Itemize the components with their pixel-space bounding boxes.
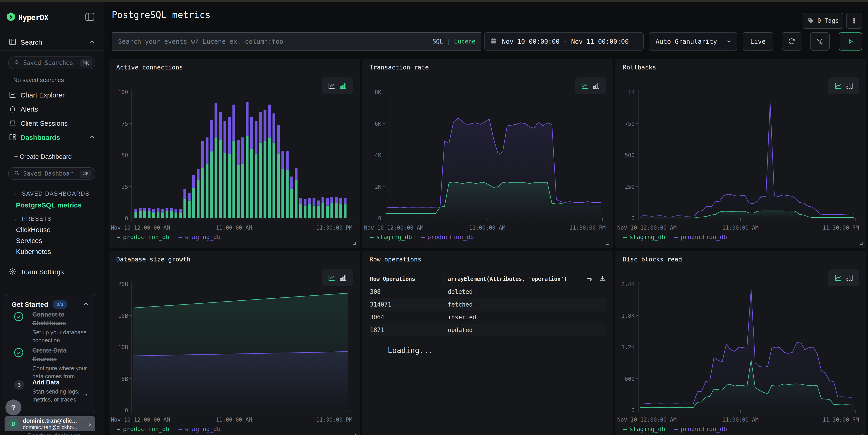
step-title: Create Data Sources (32, 346, 90, 364)
section-presets[interactable]: PRESETS (12, 215, 52, 222)
svg-text:500: 500 (625, 152, 634, 159)
legend-item[interactable]: —production_db (674, 426, 727, 433)
line-chart-toggle-icon[interactable] (834, 82, 842, 90)
refresh-button[interactable] (782, 32, 801, 51)
line-chart-toggle-icon[interactable] (834, 274, 842, 282)
bar-chart-toggle-icon[interactable] (846, 274, 854, 282)
filter-button[interactable] (810, 32, 830, 51)
chevron-right-icon: › (89, 420, 91, 428)
event-search-bar[interactable]: SQL | Lucene (112, 32, 482, 51)
svg-text:2K: 2K (375, 184, 381, 190)
section-label: PRESETS (22, 215, 52, 222)
legend-label: production_db (681, 234, 727, 240)
chart-plot[interactable]: 20B15B10B5B0Nov 10 12:00:00 AM11:00:00 A… (110, 273, 354, 433)
get-started-step-sources[interactable]: Create Data Sources Configure where your… (5, 346, 96, 380)
chart-plot[interactable]: 1K7505002500Nov 10 12:00:00 AM11:00:00 A… (616, 81, 861, 241)
section-saved-dashboards[interactable]: SAVED DASHBOARDS (12, 191, 90, 197)
legend-item[interactable]: —production_db (674, 234, 727, 240)
legend-item[interactable]: —staging_db (623, 426, 665, 433)
chart-plot[interactable]: 8K6K4K2K0Nov 10 12:00:00 AM11:00:00 AM11… (363, 81, 608, 241)
create-dashboard-button[interactable]: + Create Dashboard (14, 153, 72, 160)
panel-resize-handle[interactable] (606, 242, 609, 245)
bar-chart-toggle-icon[interactable] (339, 274, 347, 282)
sidebar-item-dashboards[interactable]: Dashboards (0, 131, 104, 144)
user-account-chip[interactable]: D dominic.tran@clic... dominic.tran@clic… (5, 416, 95, 431)
panel-title: Row operations (370, 256, 422, 263)
sql-mode-button[interactable]: SQL (432, 38, 443, 45)
sidebar-item-postgresql-metrics[interactable]: PostgreSQL metrics (16, 201, 82, 209)
event-search-input[interactable] (118, 38, 432, 45)
table-row[interactable]: 1871 updated (370, 324, 606, 336)
tags-button[interactable]: 0 Tags (803, 13, 843, 29)
help-button[interactable]: ? (5, 399, 22, 415)
legend-item[interactable]: —staging_db (623, 234, 665, 240)
sidebar-item-kubernetes[interactable]: Kubernetes (16, 248, 51, 256)
svg-text:0: 0 (125, 407, 128, 413)
get-started-step-add-data[interactable]: 3 Add Data Start sending logs, metrics, … (5, 378, 96, 404)
legend-item[interactable]: —production_db (117, 234, 169, 240)
saved-dashboards-input[interactable] (23, 170, 73, 177)
row-operation: updated (448, 327, 473, 333)
table-row[interactable]: 3064 inserted (370, 311, 606, 324)
granularity-select[interactable]: Auto Granularity (649, 32, 737, 51)
sidebar-item-client-sessions[interactable]: Client Sessions (0, 117, 104, 130)
line-chart-toggle-icon[interactable] (328, 82, 336, 90)
saved-dashboards-search[interactable]: ⌘K (8, 167, 95, 180)
legend-item[interactable]: —production_db (117, 426, 169, 433)
sidebar-item-alerts[interactable]: Alerts (0, 103, 104, 116)
line-chart-toggle-icon[interactable] (328, 274, 336, 282)
saved-searches-search[interactable]: ⌘K (8, 57, 95, 69)
dashboard-grid-icon (9, 133, 17, 142)
panel-resize-handle[interactable] (353, 434, 356, 435)
svg-text:11:00:00 AM: 11:00:00 AM (722, 225, 758, 231)
svg-text:15B: 15B (118, 313, 128, 319)
legend-item[interactable]: —staging_db (179, 426, 220, 433)
get-started-step-connect[interactable]: Connect to ClickHouse Set up your databa… (5, 310, 96, 344)
row-operation: fetched (448, 301, 473, 308)
bar-chart-toggle-icon[interactable] (592, 82, 600, 90)
panel-transaction-rate: Transaction rate8K6K4K2K0Nov 10 12:00:00… (362, 59, 613, 248)
get-started-card: Get Started 2/3 Connect to ClickHouse Se… (5, 294, 95, 413)
panel-menu-button[interactable]: ⋮ (846, 13, 862, 29)
panel-title: Disc blocks read (623, 256, 682, 263)
sidebar-item-services[interactable]: Services (16, 237, 42, 244)
panel-resize-handle[interactable] (606, 434, 609, 435)
chart-plot[interactable]: 2.4K1.8K1.2K6000Nov 10 12:00:00 AM11:00:… (616, 273, 861, 433)
sidebar-item-label: Team Settings (21, 268, 64, 276)
svg-text:11:30:00 PM: 11:30:00 PM (316, 225, 352, 231)
lucene-mode-button[interactable]: Lucene (454, 38, 475, 45)
bar-chart-toggle-icon[interactable] (846, 82, 854, 90)
chevron-up-icon[interactable] (83, 301, 89, 308)
sidebar-collapse-icon[interactable] (85, 12, 95, 22)
panel-database-size-growth: Database size growth20B15B10B5B0Nov 10 1… (109, 251, 360, 435)
legend-item[interactable]: —staging_db (179, 234, 220, 240)
live-button[interactable]: Live (743, 32, 773, 51)
legend-item[interactable]: —staging_db (370, 234, 412, 240)
row-count: 308 (370, 288, 448, 295)
arrow-right-icon: → (81, 389, 89, 398)
chart-legend: —production_db—staging_db (117, 426, 220, 433)
saved-searches-input[interactable] (23, 60, 73, 66)
get-started-progress-badge: 2/3 (53, 300, 67, 309)
panel-resize-handle[interactable] (860, 242, 863, 245)
sidebar-item-chart-explorer[interactable]: Chart Explorer (0, 89, 104, 102)
sidebar-item-search[interactable]: Search (0, 36, 104, 49)
download-icon[interactable] (599, 275, 606, 283)
line-chart-toggle-icon[interactable] (581, 82, 589, 90)
sidebar-item-team-settings[interactable]: Team Settings (0, 266, 104, 278)
legend-item[interactable]: —production_db (421, 234, 474, 240)
svg-text:Nov 10 12:00:00 AM: Nov 10 12:00:00 AM (364, 225, 423, 231)
bar-chart-toggle-icon[interactable] (339, 82, 347, 90)
run-query-button[interactable] (839, 32, 862, 51)
wrap-text-icon[interactable] (586, 275, 593, 283)
table-row[interactable]: 308 deleted (370, 286, 606, 298)
table-row[interactable]: 314071 fetched (370, 298, 606, 311)
column-divider[interactable] (444, 274, 444, 283)
column-header: arrayElement(Attributes, 'operation') (448, 276, 567, 282)
svg-text:4K: 4K (375, 152, 381, 159)
date-range-picker[interactable]: Nov 10 00:00:00 - Nov 11 00:00:00 (484, 32, 644, 51)
panel-resize-handle[interactable] (860, 434, 863, 435)
sidebar-item-clickhouse[interactable]: ClickHouse (16, 226, 51, 234)
panel-resize-handle[interactable] (353, 242, 356, 245)
chart-plot[interactable]: 1007550250Nov 10 12:00:00 AM11:00:00 AM1… (110, 81, 354, 241)
